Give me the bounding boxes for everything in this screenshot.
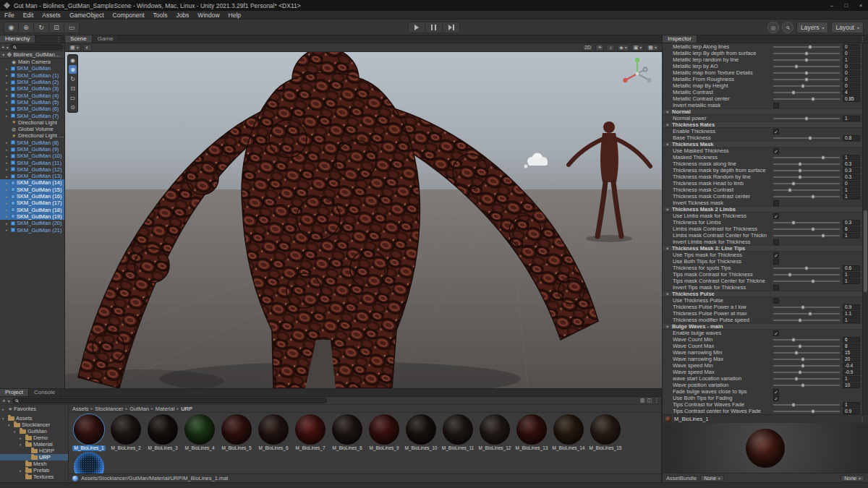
slider-track[interactable] (773, 137, 840, 139)
hierarchy-item[interactable]: ▸SKM_GutMan (7) (0, 112, 64, 119)
project-tree-item-stocklancer[interactable]: ▾Stocklancer (0, 421, 68, 428)
view-tool-button[interactable]: ◉ (4, 22, 19, 33)
assetbundle-variant-dropdown[interactable]: None▾ (841, 475, 864, 481)
asset-M_BioLines_4[interactable]: M_BioLines_4 (182, 414, 218, 451)
move-tool-button[interactable]: ⊕ (69, 65, 77, 74)
value-field[interactable]: 8 (843, 343, 860, 349)
slider-track[interactable] (773, 163, 840, 165)
slider-track[interactable] (773, 92, 840, 93)
asset-M_BioLines_2[interactable]: M_BioLines_2 (108, 414, 144, 451)
value-field[interactable]: 1 (843, 402, 860, 408)
account-icon[interactable]: ◎ (767, 22, 779, 33)
preview-options-icon[interactable]: ⋮ (860, 416, 866, 422)
slider-track[interactable] (773, 183, 840, 184)
value-field[interactable]: 0 (843, 77, 860, 82)
maximize-button[interactable]: □ (839, 0, 854, 11)
asset-M_BioLines_12[interactable]: M_BioLines_12 (477, 414, 513, 451)
wireframe-icon[interactable]: ◐ (83, 44, 92, 51)
breadcrumb-item[interactable]: Stocklancer (95, 406, 123, 412)
value-field[interactable]: -0.4 (843, 363, 860, 369)
scene-viewport[interactable]: ◉ ⊕ ↻ ⊡ ▭ ⊙ (65, 52, 662, 388)
hierarchy-item[interactable]: ▸SKM_GutMan (10) (0, 153, 64, 159)
lighting-toggle-icon[interactable]: ☀ (595, 44, 604, 51)
value-field[interactable]: 0 (843, 44, 860, 50)
tab-inspector[interactable]: Inspector (663, 35, 697, 43)
checkbox[interactable]: ✓ (773, 395, 779, 401)
checkbox[interactable]: ✓ (773, 213, 779, 219)
hierarchy-item[interactable]: ◍Global Volume (0, 126, 64, 132)
material-preview-header[interactable]: M_BioLines_1 ⋮ (663, 414, 868, 423)
value-field[interactable]: 0 (843, 181, 860, 187)
hierarchy-item[interactable]: ▸SKM_GutMan (9) (0, 146, 64, 153)
checkbox[interactable] (773, 239, 779, 245)
value-field[interactable]: 1 (843, 194, 860, 200)
slider-track[interactable] (773, 352, 840, 354)
pause-button[interactable] (425, 22, 443, 33)
inspector-section-header[interactable]: ▼Thickness Mask 2 Limbs (663, 206, 862, 213)
search-icon[interactable] (782, 22, 793, 33)
hierarchy-item[interactable]: ▸SKM_GutMan (3) (0, 85, 64, 92)
chevron-down-icon[interactable]: ▾ (7, 45, 9, 50)
asset-M_BioLines_5[interactable]: M_BioLines_5 (218, 414, 255, 451)
inspector-section-header[interactable]: ▼Thickness Pulse (663, 291, 862, 297)
slider-thumb[interactable] (811, 227, 815, 231)
slider-track[interactable] (773, 404, 840, 406)
checkbox[interactable]: ✓ (773, 148, 779, 154)
value-field[interactable]: 0.85 (843, 96, 860, 102)
value-field[interactable]: 1 (843, 57, 860, 63)
value-field[interactable]: 4 (843, 90, 860, 95)
assetbundle-dropdown[interactable]: None▾ (700, 475, 724, 481)
view-tool-button[interactable]: ◉ (69, 56, 77, 64)
slider-track[interactable] (773, 365, 840, 367)
move-tool-button[interactable]: ⊕ (19, 22, 34, 33)
slider-thumb[interactable] (791, 338, 796, 342)
slider-track[interactable] (773, 85, 840, 87)
slider-thumb[interactable] (804, 116, 809, 121)
breadcrumb-item[interactable]: URP (181, 406, 192, 412)
slider-track[interactable] (773, 98, 840, 100)
slider-thumb[interactable] (804, 77, 809, 82)
rect-tool-button[interactable]: ▭ (69, 93, 77, 102)
slider-thumb[interactable] (798, 318, 802, 322)
menu-jobs[interactable]: Jobs (171, 11, 193, 20)
value-field[interactable]: 0.6 (843, 265, 860, 271)
breadcrumb-item[interactable]: Material (156, 406, 175, 412)
checkbox[interactable] (773, 200, 779, 206)
menu-help[interactable]: Help (224, 11, 245, 20)
slider-thumb[interactable] (804, 266, 809, 270)
slider-thumb[interactable] (794, 64, 799, 69)
slider-thumb[interactable] (788, 188, 792, 192)
value-field[interactable]: 0.3 (843, 168, 860, 174)
project-tree-item-hdrp[interactable]: HDRP (0, 448, 68, 454)
slider-thumb[interactable] (811, 279, 815, 283)
scale-tool-button[interactable]: ⊡ (49, 22, 64, 33)
tab-hierarchy[interactable]: Hierarchy (0, 35, 35, 43)
slider-thumb[interactable] (811, 97, 815, 101)
menu-component[interactable]: Component (109, 11, 149, 20)
slider-track[interactable] (773, 320, 840, 321)
hierarchy-item[interactable]: ▸SKM_GutMan (13) (0, 173, 64, 179)
value-field[interactable]: 1 (843, 187, 860, 193)
slider-thumb[interactable] (788, 273, 792, 277)
slider-track[interactable] (773, 359, 840, 360)
draw-mode-dropdown[interactable]: ▦▾ (68, 44, 81, 51)
value-field[interactable]: 1 (843, 317, 860, 323)
value-field[interactable]: 0.8 (843, 135, 860, 141)
checkbox[interactable] (773, 298, 779, 304)
asset-M_BioLines_15[interactable]: M_BioLines_15 (587, 414, 624, 451)
slider-track[interactable] (773, 46, 840, 48)
tab-project[interactable]: Project (0, 388, 29, 396)
project-search-input[interactable] (12, 398, 327, 403)
asset-M_BioLines_10[interactable]: M_BioLines_10 (403, 414, 439, 451)
inspector-section-header[interactable]: ▼Bulge Waves - main (663, 323, 862, 330)
hierarchy-item[interactable]: ▸SKM_GutMan (1) (0, 72, 64, 79)
checkbox[interactable]: ✓ (773, 389, 779, 395)
hierarchy-item[interactable]: ▸SKM_GutMan (21) (0, 226, 64, 233)
hierarchy-item[interactable]: ▸SKM_GutMan (0, 65, 64, 72)
chevron-down-icon[interactable]: ▾ (8, 398, 10, 403)
slider-thumb[interactable] (801, 84, 805, 88)
inspector-section-header[interactable]: ▼Thickness Mask 3: Line Tips (663, 245, 862, 252)
breadcrumb-item[interactable]: GutMan (129, 406, 149, 412)
value-field[interactable]: -0.9 (843, 369, 860, 375)
slider-thumb[interactable] (801, 305, 805, 309)
